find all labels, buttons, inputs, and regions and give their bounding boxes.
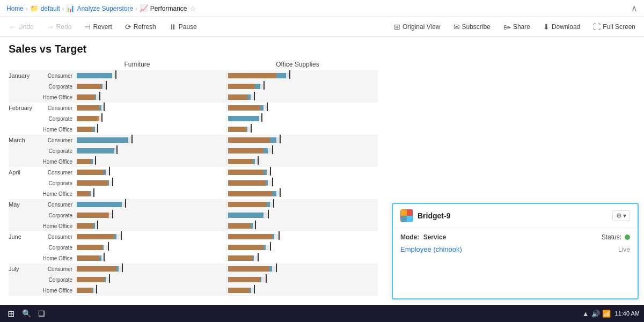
- office-bar-section: [227, 211, 378, 219]
- full-screen-button[interactable]: ⛶ Full Screen: [591, 21, 638, 32]
- office-bar-section: [227, 244, 378, 251]
- furniture-target-bar: [77, 223, 93, 229]
- furniture-bar-section: [76, 93, 227, 101]
- download-button[interactable]: ⬇ Download: [541, 21, 582, 32]
- furniture-marker: [97, 124, 98, 133]
- pause-button[interactable]: ⏸ Pause: [167, 21, 199, 32]
- panel-live-status: Live: [618, 246, 630, 253]
- revert-button[interactable]: ⊣ Revert: [82, 21, 114, 32]
- furniture-bar-container: [76, 158, 226, 165]
- furniture-bar-section: [76, 169, 227, 176]
- furniture-bar-container: [76, 147, 226, 155]
- office-marker: [272, 178, 273, 186]
- segment-label: Consumer: [38, 266, 76, 272]
- office-marker: [280, 135, 281, 143]
- month-label-june: June: [9, 231, 38, 264]
- refresh-button[interactable]: ⟳ Refresh: [123, 21, 158, 32]
- panel-mode-row: Mode: Service Status:: [400, 233, 630, 241]
- office-target-bar: [228, 137, 270, 143]
- month-rows-march: ConsumerCorporateHome Office: [38, 135, 378, 167]
- undo-icon: ←: [9, 23, 16, 31]
- breadcrumb-default[interactable]: default: [41, 5, 60, 12]
- subscribe-icon: ✉: [453, 23, 460, 31]
- chart-area: Sales vs Target Furniture Office Supplie…: [0, 36, 386, 305]
- office-marker: [270, 242, 271, 251]
- panel-mode-value: Service: [423, 233, 447, 241]
- segment-label: Home Office: [38, 255, 76, 261]
- furniture-target-bar: [77, 84, 101, 89]
- office-target-bar: [228, 94, 247, 100]
- office-bar-container: [227, 276, 378, 283]
- task-view-button[interactable]: ❑: [35, 308, 47, 319]
- office-bar-section: [227, 287, 378, 294]
- furniture-marker: [115, 70, 116, 79]
- furniture-bar-section: [76, 136, 227, 144]
- search-button[interactable]: 🔍: [20, 308, 32, 319]
- month-group-july: JulyConsumerCorporateHome Office: [9, 264, 378, 296]
- collapse-icon[interactable]: ∧: [631, 3, 638, 13]
- segment-row: Home Office: [38, 124, 378, 135]
- furniture-bar-container: [76, 211, 226, 219]
- subscribe-button[interactable]: ✉ Subscribe: [451, 21, 493, 32]
- furniture-bar-section: [76, 233, 227, 240]
- office-bar-container: [227, 136, 378, 144]
- star-icon[interactable]: ☆: [189, 4, 196, 13]
- furniture-bar-container: [76, 190, 226, 197]
- segment-row: Corporate: [38, 178, 378, 188]
- panel-mode: Mode: Service: [400, 233, 446, 241]
- segment-row: Home Office: [38, 221, 378, 231]
- svg-rect-3: [407, 216, 413, 222]
- office-bar-section: [227, 83, 378, 90]
- col-header-office: Office Supplies: [217, 61, 378, 68]
- share-button[interactable]: ⌲ Share: [501, 21, 532, 32]
- segment-label: Corporate: [38, 180, 76, 186]
- office-bar-section: [227, 93, 378, 101]
- segment-row: Home Office: [38, 253, 378, 264]
- segment-row: Consumer: [38, 135, 378, 145]
- folder-icon: 📁: [30, 4, 39, 12]
- office-marker: [279, 231, 280, 240]
- month-rows-june: ConsumerCorporateHome Office: [38, 231, 378, 264]
- office-actual-bar: [228, 116, 259, 121]
- start-button[interactable]: ⊞: [4, 307, 17, 320]
- panel-gear-button[interactable]: ⚙ ▾: [612, 210, 630, 221]
- office-marker: [270, 167, 271, 175]
- office-bar-container: [227, 72, 378, 79]
- panel-db-name[interactable]: Employee (chinook): [400, 245, 462, 253]
- furniture-marker: [109, 274, 110, 283]
- office-marker: [289, 70, 290, 79]
- furniture-bar-container: [76, 104, 226, 112]
- panel-status: Status:: [602, 233, 630, 241]
- breadcrumb-workbook[interactable]: Analyze Superstore: [77, 5, 133, 12]
- segment-row: Corporate: [38, 210, 378, 221]
- furniture-bar-section: [76, 287, 227, 294]
- office-bar-container: [227, 147, 378, 155]
- segment-row: Consumer: [38, 199, 378, 210]
- furniture-target-bar: [77, 180, 108, 186]
- furniture-bar-section: [76, 83, 227, 90]
- wifi-icon: 📶: [602, 310, 611, 318]
- gear-dropdown-icon: ▾: [623, 212, 626, 219]
- segment-row: Home Office: [38, 285, 378, 296]
- office-bar-container: [227, 158, 378, 165]
- segment-label: Home Office: [38, 94, 76, 100]
- office-marker: [258, 253, 259, 261]
- month-rows-april: ConsumerCorporateHome Office: [38, 167, 378, 199]
- month-label-july: July: [9, 264, 38, 296]
- panel-body: Mode: Service Status: Employee (chinook)…: [393, 228, 638, 298]
- furniture-target-bar: [77, 170, 104, 175]
- redo-button[interactable]: → Redo: [45, 21, 74, 32]
- breadcrumb-sep2: ›: [62, 5, 64, 12]
- office-marker: [280, 188, 281, 197]
- panel-header: Bridget-9 ⚙ ▾: [393, 204, 638, 228]
- taskbar-time: 11:40 AM: [615, 310, 640, 317]
- furniture-bar-container: [76, 126, 226, 133]
- office-target-bar: [228, 266, 269, 272]
- undo-button[interactable]: ← Undo: [6, 21, 36, 32]
- original-view-button[interactable]: ⊞ Original View: [392, 21, 442, 32]
- segment-label: Consumer: [38, 170, 76, 175]
- segment-row: Corporate: [38, 113, 378, 124]
- breadcrumb-home[interactable]: Home: [6, 5, 24, 12]
- segment-label: Home Office: [38, 159, 76, 165]
- office-target-bar: [228, 148, 264, 153]
